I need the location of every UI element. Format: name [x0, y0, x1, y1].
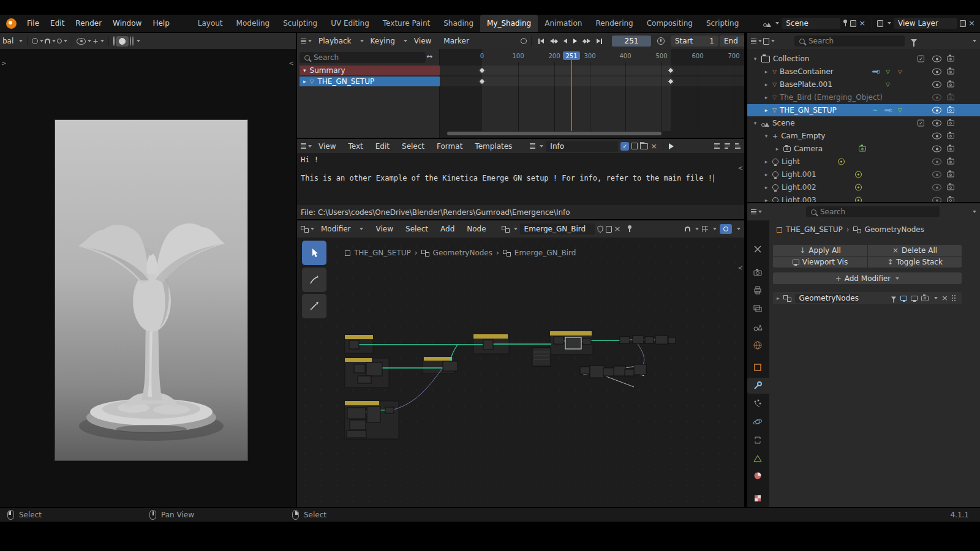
menu-format[interactable]: Format: [431, 139, 468, 154]
viewport-3d[interactable]: bal > <: [0, 33, 296, 507]
orientation-dropdown[interactable]: bal: [0, 33, 16, 49]
run-script-icon[interactable]: [669, 143, 674, 149]
viewport-vis-button[interactable]: Viewport Vis: [773, 257, 867, 268]
scene-name-field[interactable]: Scene: [782, 18, 840, 29]
disable-render-icon[interactable]: [947, 121, 954, 126]
disable-render-icon[interactable]: [947, 172, 954, 178]
filter-icon[interactable]: [911, 39, 917, 43]
pin-icon[interactable]: [627, 225, 632, 233]
hide-viewport-icon[interactable]: [932, 133, 941, 140]
breadcrumb-object[interactable]: THE_GN_SETUP: [786, 225, 843, 234]
menu-playback[interactable]: Playback: [313, 33, 357, 49]
toolbar-collapse-arrow[interactable]: >: [1, 60, 6, 67]
tab-constraints[interactable]: [753, 435, 763, 447]
menu-view[interactable]: View: [371, 221, 399, 237]
workspace-tab-my-shading[interactable]: My_Shading: [480, 15, 538, 32]
shading-material-icon[interactable]: [130, 37, 131, 45]
menu-text[interactable]: Text: [342, 139, 368, 154]
shading-rendered-icon[interactable]: [132, 37, 134, 45]
disable-render-icon[interactable]: [947, 82, 954, 88]
disable-render-icon[interactable]: [947, 159, 954, 165]
jump-to-end-button[interactable]: [594, 37, 605, 46]
outliner-row-light-002[interactable]: ▸ Light.002: [747, 181, 980, 193]
shading-solid-active[interactable]: [116, 36, 129, 47]
current-frame-badge[interactable]: 251: [563, 51, 580, 60]
text-line-2[interactable]: This is an other Example of the Kinetica…: [301, 174, 714, 182]
tab-render[interactable]: [753, 268, 763, 279]
playback-sync-icon[interactable]: [657, 37, 665, 45]
channel-summary[interactable]: ▾ Summary: [300, 66, 440, 75]
scene-unlink-icon[interactable]: [859, 19, 865, 28]
editor-type-dropdown[interactable]: [301, 143, 312, 149]
disable-render-icon[interactable]: [947, 185, 954, 190]
tab-texture[interactable]: [753, 493, 763, 505]
tab-object-data[interactable]: [753, 454, 763, 465]
play-button[interactable]: [571, 37, 579, 45]
view-layer-icon[interactable]: [877, 20, 883, 27]
editor-type-dropdown[interactable]: [751, 209, 762, 215]
disable-render-icon[interactable]: [947, 95, 954, 100]
hide-viewport-icon[interactable]: [932, 146, 941, 152]
tab-modifiers-active[interactable]: [747, 378, 769, 394]
outliner-row-baseplate[interactable]: ▸ BasePlate.001: [747, 78, 980, 91]
collection-checkbox[interactable]: [918, 56, 924, 62]
expand-arrow-icon[interactable]: ▾: [303, 67, 306, 73]
playhead[interactable]: [571, 51, 572, 131]
add-modifier-button[interactable]: +Add Modifier: [773, 272, 962, 284]
proportional-edit-icon[interactable]: [57, 39, 67, 43]
scene-checkbox[interactable]: [918, 120, 924, 127]
jump-to-start-button[interactable]: [536, 37, 546, 46]
hide-viewport-icon[interactable]: [932, 69, 941, 75]
text-datablock-caret[interactable]: [540, 145, 543, 148]
hide-viewport-icon[interactable]: [932, 56, 941, 62]
outliner-row-collection[interactable]: ▾ Collection: [747, 53, 980, 65]
shading-dropdown-caret[interactable]: [137, 40, 140, 42]
menu-window[interactable]: Window: [107, 15, 147, 31]
current-frame-field[interactable]: 251: [612, 36, 651, 47]
blender-logo-icon[interactable]: [6, 18, 17, 29]
menu-edit[interactable]: Edit: [370, 139, 395, 154]
workspace-tab-scripting[interactable]: Scripting: [699, 15, 745, 32]
text-name-field[interactable]: Info: [546, 141, 618, 152]
dopesheet-search[interactable]: Search: [300, 52, 426, 63]
node-tree-icon[interactable]: [502, 226, 510, 233]
open-text-icon[interactable]: [640, 143, 648, 149]
menu-select[interactable]: Select: [400, 221, 434, 237]
properties-options-caret[interactable]: [973, 211, 976, 213]
menu-templates[interactable]: Templates: [469, 139, 518, 154]
menu-node[interactable]: Node: [461, 221, 491, 237]
scene-datablock-icon[interactable]: [763, 20, 771, 27]
apply-all-button[interactable]: ↓Apply All: [773, 245, 867, 256]
tab-scene[interactable]: [753, 322, 763, 334]
outliner-row-basecontainer[interactable]: ▸ BaseContainer: [747, 66, 980, 78]
realtime-display-icon[interactable]: [900, 296, 907, 301]
delete-all-button[interactable]: ×Delete All: [868, 245, 962, 256]
tab-physics[interactable]: [753, 417, 763, 429]
outliner-row-light-001[interactable]: ▸ Light.001: [747, 168, 980, 181]
hide-viewport-icon[interactable]: [932, 120, 941, 127]
new-node-tree-icon[interactable]: [606, 226, 612, 233]
remove-modifier-icon[interactable]: [941, 294, 948, 302]
tool-annotate-button[interactable]: [302, 268, 326, 292]
outliner-row-gn-setup[interactable]: ▸ THE_GN_SETUP: [747, 104, 980, 116]
drag-handle-icon[interactable]: [952, 295, 953, 296]
node-editor[interactable]: Modifier View Select Add Node Emerge_GN_…: [297, 220, 744, 507]
tab-view-layer[interactable]: [753, 304, 763, 315]
sidebar-collapse-arrow[interactable]: <: [738, 165, 743, 171]
node-mode-dropdown[interactable]: Modifier: [315, 221, 356, 237]
workspace-tab-modeling[interactable]: Modeling: [230, 15, 277, 32]
editor-type-dropdown[interactable]: [751, 39, 762, 44]
breadcrumb-node-group[interactable]: Emerge_GN_Bird: [514, 249, 576, 257]
workspace-tab-layout[interactable]: Layout: [191, 15, 230, 32]
tab-output[interactable]: [753, 285, 763, 297]
modifier-name-field[interactable]: GeometryNodes: [795, 294, 859, 303]
editor-type-dropdown[interactable]: [301, 226, 314, 233]
workspace-tab-animation[interactable]: Animation: [538, 15, 589, 32]
menu-edit[interactable]: Edit: [45, 15, 70, 31]
tab-object[interactable]: [753, 362, 763, 374]
frame-end-field[interactable]: End: [720, 36, 744, 47]
node-tree-name-field[interactable]: Emerge_GN_Bird: [520, 223, 595, 234]
hide-viewport-icon[interactable]: [932, 197, 941, 203]
menu-help[interactable]: Help: [147, 15, 175, 31]
frame-start-field[interactable]: Start1: [671, 36, 718, 47]
